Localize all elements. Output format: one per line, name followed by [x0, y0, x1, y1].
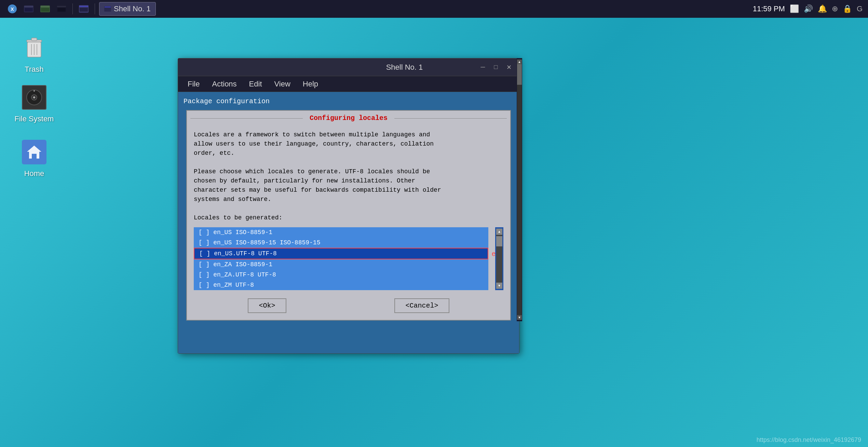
desc-line-7: systems and software. — [194, 195, 503, 204]
svg-rect-10 — [57, 8, 66, 12]
svg-rect-9 — [57, 6, 66, 7]
desc-line-8: Locales to be generated: — [194, 213, 503, 222]
desc-line-6: character sets may be useful for backwar… — [194, 186, 503, 195]
terminal-scrollbar: ▲ ▼ — [517, 58, 522, 321]
dialog-buttons: <Ok> <Cancel> — [187, 294, 510, 320]
dialog-description: Locales are a framework to switch betwee… — [187, 125, 510, 227]
svg-point-25 — [33, 90, 35, 92]
menu-view[interactable]: View — [269, 78, 296, 91]
close-button[interactable]: ✕ — [504, 63, 514, 72]
menu-file[interactable]: File — [182, 78, 205, 91]
terminal-controls: ─ □ ✕ — [478, 63, 514, 72]
scroll-up-arrow[interactable]: ▲ — [496, 229, 502, 235]
dialog-title-bar: Configuring locales — [187, 111, 510, 125]
trash-label: Trash — [25, 65, 43, 74]
watermark: https://blog.csdn.net/weixin_46192679 — [757, 436, 861, 444]
ok-button[interactable]: <Ok> — [248, 298, 286, 313]
taskbar-active-window[interactable] — [77, 2, 91, 16]
list-item-en-us-iso[interactable]: [ ] en_US ISO-8859-1 — [194, 227, 488, 238]
terminal-scroll-thumb[interactable] — [517, 64, 522, 85]
minimize-button[interactable]: ─ — [478, 63, 488, 72]
terminal-scroll-track — [517, 64, 522, 315]
list-item-row-3: [ ] en_US.UTF-8 UTF-8 en_US.UTF-8 UTF-8 … — [194, 248, 488, 259]
taskbar: X — [0, 0, 868, 18]
home-label: Home — [24, 169, 44, 178]
dialog-scrollbar: ▲ ▼ — [495, 227, 503, 290]
taskbar-shell-label: Shell No. 1 — [114, 4, 151, 13]
lock-icon[interactable]: 🔒 — [843, 4, 852, 13]
filesystem-icon — [21, 84, 48, 111]
home-icon — [21, 138, 48, 166]
dialog-title-text: Configuring locales — [303, 114, 394, 122]
list-item-en-za-iso[interactable]: [ ] en_ZA ISO-8859-1 — [194, 259, 488, 270]
menu-actions[interactable]: Actions — [206, 78, 242, 91]
list-item-en-za-utf8[interactable]: [ ] en_ZA.UTF-8 UTF-8 — [194, 270, 488, 280]
scroll-track — [496, 235, 502, 283]
menu-edit[interactable]: Edit — [244, 78, 268, 91]
terminal-scroll-up[interactable]: ▲ — [517, 59, 522, 64]
terminal-content: Package configuration Configuring locale… — [178, 92, 519, 326]
dialog-box: Configuring locales Locales are a framew… — [186, 110, 511, 321]
dialog-scroll-area: [ ] en_US ISO-8859-1 [ ] en_US ISO-8859-… — [187, 227, 495, 294]
svg-rect-7 — [41, 8, 49, 12]
maximize-button[interactable]: □ — [491, 63, 501, 72]
desc-line-4: Please choose which locales to generate.… — [194, 167, 503, 176]
svg-rect-15 — [105, 6, 111, 8]
svg-rect-17 — [31, 38, 37, 41]
display-icon[interactable]: ⬜ — [790, 4, 799, 13]
desktop-icon-home[interactable]: Home — [10, 135, 58, 181]
trash-icon — [21, 34, 48, 62]
taskbar-time: 11:59 PM — [753, 4, 785, 13]
desc-line-2: allow users to use their language, count… — [194, 139, 503, 149]
desktop-icon-filesystem[interactable]: File System — [10, 80, 58, 127]
list-item-en-us-utf8[interactable]: [ ] en_US.UTF-8 UTF-8 — [194, 248, 488, 259]
desc-line-5: chosen by default, particularly for new … — [194, 176, 503, 186]
svg-text:X: X — [11, 6, 14, 12]
dialog-list: [ ] en_US ISO-8859-1 [ ] en_US ISO-8859-… — [194, 227, 488, 290]
notification-icon[interactable]: 🔔 — [818, 4, 827, 13]
filesystem-label: File System — [15, 114, 54, 123]
desc-line-1: Locales are a framework to switch betwee… — [194, 130, 503, 139]
app-icon-xfce[interactable]: X — [5, 2, 19, 16]
svg-rect-12 — [79, 6, 88, 7]
terminal-menubar: File Actions Edit View Help — [178, 76, 519, 92]
list-item-en-us-iso15[interactable]: [ ] en_US ISO-8859-15 ISO-8859-15 — [194, 238, 488, 248]
user-icon[interactable]: G — [857, 4, 863, 13]
svg-rect-3 — [24, 6, 33, 7]
package-config-header: Package configuration — [184, 97, 514, 105]
svg-rect-27 — [32, 154, 37, 159]
cancel-button[interactable]: <Cancel> — [394, 298, 449, 313]
terminal-window: Shell No. 1 ─ □ ✕ File Actions Edit View… — [178, 58, 519, 354]
taskbar-thumbnail-1[interactable] — [22, 2, 36, 16]
network-icon[interactable]: ⊕ — [832, 4, 838, 13]
terminal-titlebar: Shell No. 1 ─ □ ✕ — [178, 58, 519, 76]
taskbar-shell-button[interactable]: Shell No. 1 — [99, 2, 156, 16]
list-item-en-zm-utf8[interactable]: [ ] en_ZM UTF-8 — [194, 280, 488, 290]
desktop-icon-trash[interactable]: Trash — [10, 31, 58, 77]
terminal-scroll-down[interactable]: ▼ — [517, 315, 522, 320]
svg-rect-6 — [41, 6, 50, 7]
svg-rect-4 — [25, 8, 33, 12]
desc-line-3: order, etc. — [194, 149, 503, 158]
taskbar-thumbnail-2[interactable] — [38, 2, 52, 16]
taskbar-thumbnail-3[interactable] — [55, 2, 68, 16]
terminal-title: Shell No. 1 — [331, 63, 478, 72]
svg-rect-13 — [80, 8, 88, 12]
dialog-list-wrapper: [ ] en_US ISO-8859-1 [ ] en_US ISO-8859-… — [187, 227, 510, 294]
terminal-bottom — [178, 326, 519, 353]
menu-help[interactable]: Help — [297, 78, 324, 91]
scroll-thumb[interactable] — [496, 236, 502, 246]
svg-point-24 — [33, 96, 35, 98]
taskbar-left: X — [5, 2, 156, 16]
volume-icon[interactable]: 🔊 — [804, 4, 813, 13]
scroll-down-arrow[interactable]: ▼ — [496, 283, 502, 289]
taskbar-right: 11:59 PM ⬜ 🔊 🔔 ⊕ 🔒 G — [753, 4, 863, 13]
taskbar-sep-2 — [95, 3, 95, 14]
annotation-text: en_US.UTF-8 UTF-8 已取消 — [492, 249, 495, 258]
taskbar-sep-1 — [72, 3, 73, 14]
